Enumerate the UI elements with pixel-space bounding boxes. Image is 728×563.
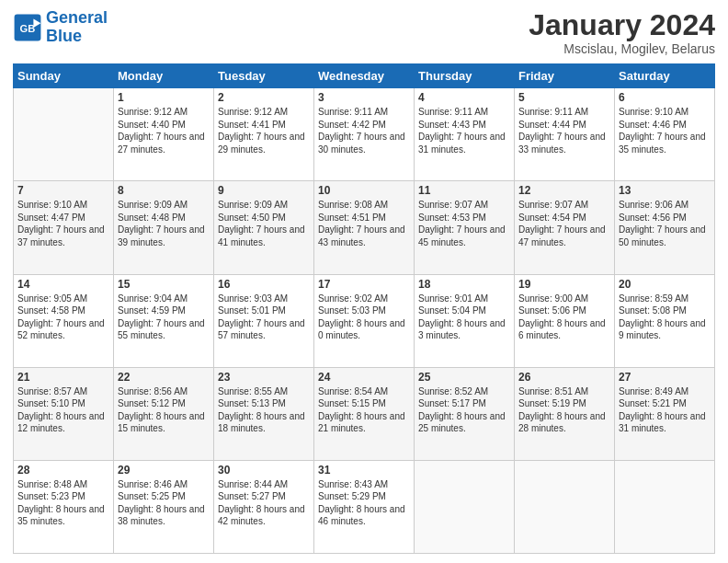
day-info: Sunrise: 8:55 AM Sunset: 5:13 PM Dayligh… [218,385,310,435]
calendar-cell: 10 Sunrise: 9:08 AM Sunset: 4:51 PM Dayl… [314,181,415,274]
weekday-header-saturday: Saturday [615,64,715,88]
day-info: Sunrise: 9:08 AM Sunset: 4:51 PM Dayligh… [318,199,410,248]
day-number: 25 [418,371,510,384]
day-info: Sunrise: 9:00 AM Sunset: 5:06 PM Dayligh… [518,293,610,342]
day-number: 21 [17,371,109,384]
week-row-4: 21 Sunrise: 8:57 AM Sunset: 5:10 PM Dayl… [14,367,715,460]
day-info: Sunrise: 9:11 AM Sunset: 4:44 PM Dayligh… [518,106,610,155]
day-number: 1 [118,91,210,104]
calendar-cell: 25 Sunrise: 8:52 AM Sunset: 5:17 PM Dayl… [415,367,515,460]
calendar-cell: 13 Sunrise: 9:06 AM Sunset: 4:56 PM Dayl… [615,181,715,274]
calendar-cell: 17 Sunrise: 9:02 AM Sunset: 5:03 PM Dayl… [314,274,415,367]
day-info: Sunrise: 8:44 AM Sunset: 5:27 PM Dayligh… [218,478,310,528]
day-info: Sunrise: 9:01 AM Sunset: 5:04 PM Dayligh… [418,293,510,342]
svg-text:GB: GB [20,23,36,34]
day-info: Sunrise: 9:04 AM Sunset: 4:59 PM Dayligh… [118,293,210,342]
day-info: Sunrise: 9:09 AM Sunset: 4:50 PM Dayligh… [218,199,310,248]
calendar-cell: 14 Sunrise: 9:05 AM Sunset: 4:58 PM Dayl… [14,274,114,367]
day-info: Sunrise: 9:10 AM Sunset: 4:47 PM Dayligh… [17,199,109,248]
day-number: 31 [318,464,410,477]
day-number: 13 [619,184,711,197]
day-number: 20 [619,278,711,291]
day-number: 16 [218,278,310,291]
calendar-cell: 20 Sunrise: 8:59 AM Sunset: 5:08 PM Dayl… [615,274,715,367]
weekday-header-wednesday: Wednesday [314,64,415,88]
day-number: 2 [218,91,310,104]
calendar-cell: 22 Sunrise: 8:56 AM Sunset: 5:12 PM Dayl… [114,367,214,460]
day-number: 30 [218,464,310,477]
calendar-cell [515,460,615,553]
week-row-1: 1 Sunrise: 9:12 AM Sunset: 4:40 PM Dayli… [14,88,715,181]
day-info: Sunrise: 8:52 AM Sunset: 5:17 PM Dayligh… [418,385,510,435]
calendar-cell [615,460,715,553]
calendar-cell: 7 Sunrise: 9:10 AM Sunset: 4:47 PM Dayli… [14,181,114,274]
day-number: 12 [518,184,610,197]
calendar-cell: 23 Sunrise: 8:55 AM Sunset: 5:13 PM Dayl… [214,367,314,460]
day-info: Sunrise: 8:51 AM Sunset: 5:19 PM Dayligh… [518,385,610,435]
day-number: 19 [518,278,610,291]
calendar-cell: 6 Sunrise: 9:10 AM Sunset: 4:46 PM Dayli… [615,88,715,181]
day-info: Sunrise: 9:12 AM Sunset: 4:41 PM Dayligh… [218,106,310,155]
weekday-header-friday: Friday [515,64,615,88]
day-info: Sunrise: 9:10 AM Sunset: 4:46 PM Dayligh… [619,106,711,155]
day-number: 18 [418,278,510,291]
calendar-cell: 28 Sunrise: 8:48 AM Sunset: 5:23 PM Dayl… [14,460,114,553]
calendar-cell: 9 Sunrise: 9:09 AM Sunset: 4:50 PM Dayli… [214,181,314,274]
day-info: Sunrise: 9:02 AM Sunset: 5:03 PM Dayligh… [318,293,410,342]
day-number: 29 [118,464,210,477]
day-number: 15 [118,278,210,291]
day-number: 10 [318,184,410,197]
day-number: 8 [118,184,210,197]
calendar-cell: 24 Sunrise: 8:54 AM Sunset: 5:15 PM Dayl… [314,367,415,460]
day-info: Sunrise: 8:43 AM Sunset: 5:29 PM Dayligh… [318,478,410,528]
weekday-header-row: SundayMondayTuesdayWednesdayThursdayFrid… [14,64,715,88]
day-number: 14 [17,278,109,291]
calendar-cell: 2 Sunrise: 9:12 AM Sunset: 4:41 PM Dayli… [214,88,314,181]
week-row-2: 7 Sunrise: 9:10 AM Sunset: 4:47 PM Dayli… [14,181,715,274]
calendar-cell [415,460,515,553]
title-block: January 2024 Mscislau, Mogilev, Belarus [529,9,715,56]
calendar-title: January 2024 [529,9,715,41]
day-info: Sunrise: 8:56 AM Sunset: 5:12 PM Dayligh… [118,385,210,435]
day-number: 3 [318,91,410,104]
day-info: Sunrise: 9:11 AM Sunset: 4:43 PM Dayligh… [418,106,510,155]
calendar-cell: 31 Sunrise: 8:43 AM Sunset: 5:29 PM Dayl… [314,460,415,553]
calendar-cell: 21 Sunrise: 8:57 AM Sunset: 5:10 PM Dayl… [14,367,114,460]
day-info: Sunrise: 9:06 AM Sunset: 4:56 PM Dayligh… [619,199,711,248]
day-info: Sunrise: 9:07 AM Sunset: 4:54 PM Dayligh… [518,199,610,248]
day-info: Sunrise: 9:11 AM Sunset: 4:42 PM Dayligh… [318,106,410,155]
day-number: 22 [118,371,210,384]
day-info: Sunrise: 9:09 AM Sunset: 4:48 PM Dayligh… [118,199,210,248]
calendar-cell: 1 Sunrise: 9:12 AM Sunset: 4:40 PM Dayli… [114,88,214,181]
day-info: Sunrise: 9:07 AM Sunset: 4:53 PM Dayligh… [418,199,510,248]
day-info: Sunrise: 8:57 AM Sunset: 5:10 PM Dayligh… [17,385,109,435]
day-number: 28 [17,464,109,477]
calendar-cell: 11 Sunrise: 9:07 AM Sunset: 4:53 PM Dayl… [415,181,515,274]
calendar-cell: 19 Sunrise: 9:00 AM Sunset: 5:06 PM Dayl… [515,274,615,367]
weekday-header-tuesday: Tuesday [214,64,314,88]
day-info: Sunrise: 9:05 AM Sunset: 4:58 PM Dayligh… [17,293,109,342]
calendar-cell: 16 Sunrise: 9:03 AM Sunset: 5:01 PM Dayl… [214,274,314,367]
day-number: 26 [518,371,610,384]
weekday-header-thursday: Thursday [415,64,515,88]
calendar-cell: 30 Sunrise: 8:44 AM Sunset: 5:27 PM Dayl… [214,460,314,553]
day-number: 17 [318,278,410,291]
day-number: 6 [619,91,711,104]
calendar-cell: 12 Sunrise: 9:07 AM Sunset: 4:54 PM Dayl… [515,181,615,274]
calendar-cell: 3 Sunrise: 9:11 AM Sunset: 4:42 PM Dayli… [314,88,415,181]
calendar-cell: 4 Sunrise: 9:11 AM Sunset: 4:43 PM Dayli… [415,88,515,181]
weekday-header-monday: Monday [114,64,214,88]
calendar-subtitle: Mscislau, Mogilev, Belarus [529,41,715,56]
day-number: 5 [518,91,610,104]
calendar-cell [14,88,114,181]
day-info: Sunrise: 9:03 AM Sunset: 5:01 PM Dayligh… [218,293,310,342]
day-number: 23 [218,371,310,384]
day-number: 27 [619,371,711,384]
day-info: Sunrise: 8:46 AM Sunset: 5:25 PM Dayligh… [118,478,210,528]
calendar-cell: 26 Sunrise: 8:51 AM Sunset: 5:19 PM Dayl… [515,367,615,460]
day-number: 4 [418,91,510,104]
weekday-header-sunday: Sunday [14,64,114,88]
day-info: Sunrise: 8:49 AM Sunset: 5:21 PM Dayligh… [619,385,711,435]
day-number: 11 [418,184,510,197]
logo-text: General Blue [46,9,108,46]
